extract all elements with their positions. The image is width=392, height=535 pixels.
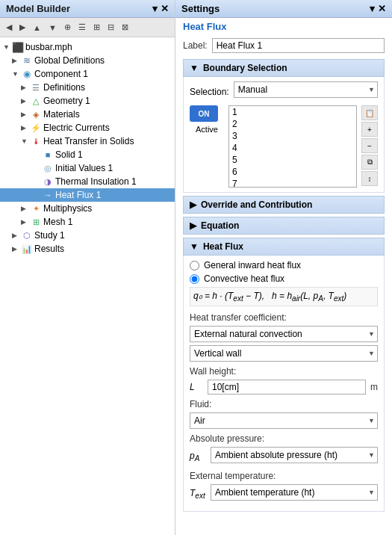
tree-expand-results[interactable]: ▶ bbox=[12, 245, 21, 253]
boundary-list-item-5[interactable]: 5 bbox=[229, 154, 356, 166]
list-paste2-button[interactable]: ↕ bbox=[361, 171, 378, 186]
tree-expand-globalDefs[interactable]: ▶ bbox=[12, 57, 21, 64]
boundary-list-item-3[interactable]: 3 bbox=[229, 130, 356, 142]
boundary-list-item-1[interactable]: 1 bbox=[229, 106, 356, 118]
tree-node-multiphysics[interactable]: ▶ ✦ Multiphysics bbox=[0, 202, 175, 215]
wall-type-dropdown[interactable]: Vertical wall Horizontal wall Inclined w… bbox=[190, 345, 378, 362]
boundary-list-item-4[interactable]: 4 bbox=[229, 142, 356, 154]
list-add-button[interactable]: + bbox=[361, 122, 378, 137]
override-section: ▶ Override and Contribution bbox=[183, 196, 385, 214]
electricCurrents-label: Electric Currents bbox=[43, 123, 110, 133]
tree-expand-multiphysics[interactable]: ▶ bbox=[21, 205, 30, 212]
heatTransfer-icon: 🌡 bbox=[30, 135, 42, 147]
tree-expand-mesh1[interactable]: ▶ bbox=[21, 218, 30, 226]
tree-expand-component1[interactable]: ▼ bbox=[12, 70, 21, 78]
boundary-selection-section: ▼ Boundary Selection Selection: Manual A… bbox=[183, 59, 385, 193]
label-field-input[interactable] bbox=[212, 38, 385, 53]
wall-height-field-label: Wall height: bbox=[190, 366, 378, 377]
general-inward-label: General inward heat flux bbox=[204, 260, 301, 270]
tree-toolbar: ◀ ▶ ▲ ▼ ⊕ ☰ ⊞ ⊟ ⊠ bbox=[0, 18, 175, 37]
boundary-list-item-2[interactable]: 2 bbox=[229, 118, 356, 130]
ext-temp-field-label: External temperature: bbox=[190, 471, 378, 481]
tree-node-study1[interactable]: ▶ ⬡ Study 1 bbox=[0, 229, 175, 242]
selection-dropdown[interactable]: Manual All boundaries None bbox=[234, 81, 378, 98]
ext-temp-dropdown-wrapper: Ambient temperature (ht) User defined ▼ bbox=[211, 484, 378, 501]
boundary-list-item-7[interactable]: 7 bbox=[229, 178, 356, 188]
list-remove-button[interactable]: − bbox=[361, 138, 378, 153]
materials-icon: ◈ bbox=[30, 108, 42, 120]
multiphysics-label: Multiphysics bbox=[43, 203, 92, 214]
tree-expand-definitions[interactable]: ▶ bbox=[21, 84, 30, 91]
solid1-label: Solid 1 bbox=[55, 149, 83, 160]
tree-node-component1[interactable]: ▼ ◉ Component 1 bbox=[0, 67, 175, 81]
tree-expand-study1[interactable]: ▶ bbox=[12, 232, 21, 239]
tree-node-electricCurrents[interactable]: ▶ ⚡ Electric Currents bbox=[0, 121, 175, 134]
forward-button[interactable]: ▶ bbox=[16, 20, 28, 34]
heat-flux-section-header[interactable]: ▼ Heat Flux bbox=[183, 238, 385, 256]
tree-node-mesh1[interactable]: ▶ ⊞ Mesh 1 bbox=[0, 215, 175, 229]
back-button[interactable]: ◀ bbox=[3, 20, 15, 34]
up-button[interactable]: ▲ bbox=[30, 21, 44, 34]
boundary-list-item-6[interactable]: 6 bbox=[229, 166, 356, 178]
thermalInsulation-label: Thermal Insulation 1 bbox=[55, 176, 137, 187]
toolbar-more1[interactable]: ☰ bbox=[75, 20, 89, 34]
boundary-section-title: Boundary Selection bbox=[203, 63, 287, 73]
geometry1-label: Geometry 1 bbox=[43, 96, 90, 106]
tree-node-heatTransfer[interactable]: ▼ 🌡 Heat Transfer in Solids bbox=[0, 134, 175, 148]
tree-node-busbar[interactable]: ▼ ⬛ busbar.mph bbox=[0, 40, 175, 54]
list-paste-button[interactable]: 📋 bbox=[361, 105, 378, 120]
tree-node-materials[interactable]: ▶ ◈ Materials bbox=[0, 108, 175, 121]
active-text-label: Active bbox=[196, 125, 218, 134]
ext-temp-symbol: Text bbox=[190, 488, 208, 500]
busbar-icon: ⬛ bbox=[12, 41, 24, 53]
tree-node-thermalInsulation[interactable]: ▶ ◑ Thermal Insulation 1 bbox=[0, 175, 175, 188]
tree-expand-busbar[interactable]: ▼ bbox=[3, 43, 12, 51]
convective-radio[interactable] bbox=[190, 274, 199, 284]
left-panel: Model Builder ▾ ✕ ◀ ▶ ▲ ▼ ⊕ ☰ ⊞ ⊟ ⊠ ▼ ⬛ … bbox=[0, 0, 175, 535]
tree-node-globalDefs[interactable]: ▶ ≋ Global Definitions bbox=[0, 54, 175, 67]
wall-height-unit: m bbox=[370, 382, 378, 392]
globaldefs-icon: ≋ bbox=[21, 55, 33, 67]
toolbar-more3[interactable]: ⊟ bbox=[105, 20, 117, 34]
active-list-row: ON Active 1 2 3 4 5 6 7 9 (not applicabl… bbox=[190, 105, 378, 188]
tree-node-solid1[interactable]: ▶ ■ Solid 1 bbox=[0, 148, 175, 161]
general-inward-radio[interactable] bbox=[190, 261, 199, 270]
wall-type-dropdown-wrapper: Vertical wall Horizontal wall Inclined w… bbox=[190, 345, 378, 362]
ext-temp-row: Text Ambient temperature (ht) User defin… bbox=[190, 484, 378, 504]
active-toggle-button[interactable]: ON bbox=[190, 105, 218, 122]
tree-expand-geometry1[interactable]: ▶ bbox=[21, 97, 30, 105]
heat-flux-section-content: General inward heat flux Convective heat… bbox=[183, 256, 385, 512]
ext-temp-dropdown[interactable]: Ambient temperature (ht) User defined bbox=[211, 484, 378, 501]
tree-node-heatFlux1[interactable]: ▶ → Heat Flux 1 bbox=[0, 188, 175, 202]
abs-pressure-dropdown[interactable]: Ambient absolute pressure (ht) User defi… bbox=[211, 447, 378, 463]
model-tree: ▼ ⬛ busbar.mph ▶ ≋ Global Definitions ▼ … bbox=[0, 37, 175, 535]
study1-icon: ⬡ bbox=[21, 229, 33, 241]
tree-expand-materials[interactable]: ▶ bbox=[21, 111, 30, 118]
tree-node-definitions[interactable]: ▶ ☰ Definitions bbox=[0, 81, 175, 94]
htc-dropdown[interactable]: External natural convection External for… bbox=[190, 326, 378, 342]
active-controls: ON Active bbox=[190, 105, 224, 134]
boundary-section-header[interactable]: ▼ Boundary Selection bbox=[183, 59, 385, 77]
tree-node-geometry1[interactable]: ▶ △ Geometry 1 bbox=[0, 94, 175, 108]
down-button[interactable]: ▼ bbox=[46, 21, 60, 34]
add-node-button[interactable]: ⊕ bbox=[61, 20, 74, 34]
tree-expand-heatTransfer[interactable]: ▼ bbox=[21, 137, 30, 145]
tree-expand-electricCurrents[interactable]: ▶ bbox=[21, 124, 30, 132]
geometry1-icon: △ bbox=[30, 95, 42, 107]
selection-dropdown-wrapper: Manual All boundaries None ▼ bbox=[234, 81, 378, 98]
list-copy-button[interactable]: ⧉ bbox=[361, 155, 378, 170]
settings-subtitle: Heat Flux bbox=[175, 18, 392, 34]
settings-title: Settings bbox=[181, 3, 220, 14]
equation-section-header[interactable]: ▶ Equation bbox=[183, 217, 385, 235]
definitions-label: Definitions bbox=[43, 82, 85, 93]
tree-node-initialValues[interactable]: ▶ ◎ Initial Values 1 bbox=[0, 161, 175, 175]
htc-dropdown-wrapper: External natural convection External for… bbox=[190, 326, 378, 342]
wall-height-input[interactable] bbox=[208, 380, 366, 395]
equation-chevron-icon: ▶ bbox=[190, 220, 196, 231]
override-section-header[interactable]: ▶ Override and Contribution bbox=[183, 196, 385, 214]
toolbar-more2[interactable]: ⊞ bbox=[90, 20, 103, 34]
fluid-dropdown[interactable]: Air Water Custom bbox=[190, 412, 378, 429]
tree-node-results[interactable]: ▶ 📊 Results bbox=[0, 242, 175, 256]
toolbar-more4[interactable]: ⊠ bbox=[119, 20, 131, 34]
general-inward-radio-row: General inward heat flux bbox=[190, 260, 378, 270]
